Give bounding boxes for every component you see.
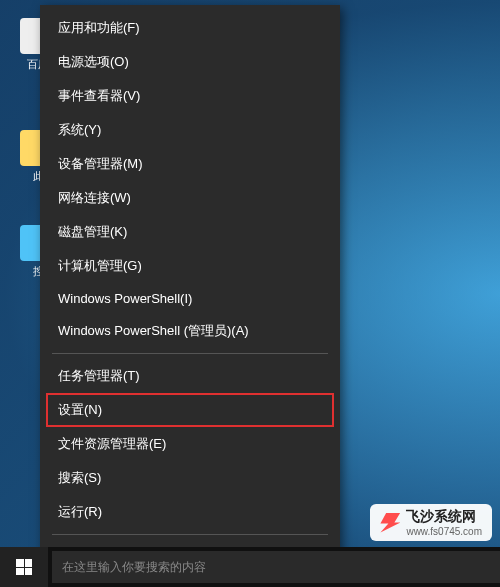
menu-item-computer-management[interactable]: 计算机管理(G) bbox=[40, 249, 340, 283]
watermark-badge: 飞沙系统网 www.fs0745.com bbox=[370, 504, 492, 541]
winx-context-menu: 应用和功能(F) 电源选项(O) 事件查看器(V) 系统(Y) 设备管理器(M)… bbox=[40, 5, 340, 587]
menu-item-system[interactable]: 系统(Y) bbox=[40, 113, 340, 147]
menu-divider bbox=[52, 353, 328, 354]
watermark-url: www.fs0745.com bbox=[406, 526, 482, 537]
watermark-brand: 飞沙系统网 bbox=[406, 508, 476, 524]
menu-item-powershell[interactable]: Windows PowerShell(I) bbox=[40, 283, 340, 314]
menu-item-network-connections[interactable]: 网络连接(W) bbox=[40, 181, 340, 215]
menu-item-run[interactable]: 运行(R) bbox=[40, 495, 340, 529]
taskbar-search[interactable]: 在这里输入你要搜索的内容 bbox=[52, 551, 500, 583]
menu-item-apps-features[interactable]: 应用和功能(F) bbox=[40, 11, 340, 45]
menu-divider bbox=[52, 534, 328, 535]
menu-item-settings[interactable]: 设置(N) bbox=[46, 393, 334, 427]
menu-item-event-viewer[interactable]: 事件查看器(V) bbox=[40, 79, 340, 113]
windows-logo-icon bbox=[16, 559, 32, 575]
desktop: 百度 此 控 应用和功能(F) 电源选项(O) 事件查看器(V) 系统(Y) 设… bbox=[0, 0, 500, 587]
start-button[interactable] bbox=[0, 547, 48, 587]
menu-item-device-manager[interactable]: 设备管理器(M) bbox=[40, 147, 340, 181]
menu-item-power-options[interactable]: 电源选项(O) bbox=[40, 45, 340, 79]
lightning-icon bbox=[380, 513, 400, 533]
taskbar: 在这里输入你要搜索的内容 bbox=[0, 547, 500, 587]
menu-item-task-manager[interactable]: 任务管理器(T) bbox=[40, 359, 340, 393]
menu-item-powershell-admin[interactable]: Windows PowerShell (管理员)(A) bbox=[40, 314, 340, 348]
menu-item-search[interactable]: 搜索(S) bbox=[40, 461, 340, 495]
menu-item-disk-management[interactable]: 磁盘管理(K) bbox=[40, 215, 340, 249]
menu-item-file-explorer[interactable]: 文件资源管理器(E) bbox=[40, 427, 340, 461]
search-placeholder: 在这里输入你要搜索的内容 bbox=[62, 559, 206, 576]
